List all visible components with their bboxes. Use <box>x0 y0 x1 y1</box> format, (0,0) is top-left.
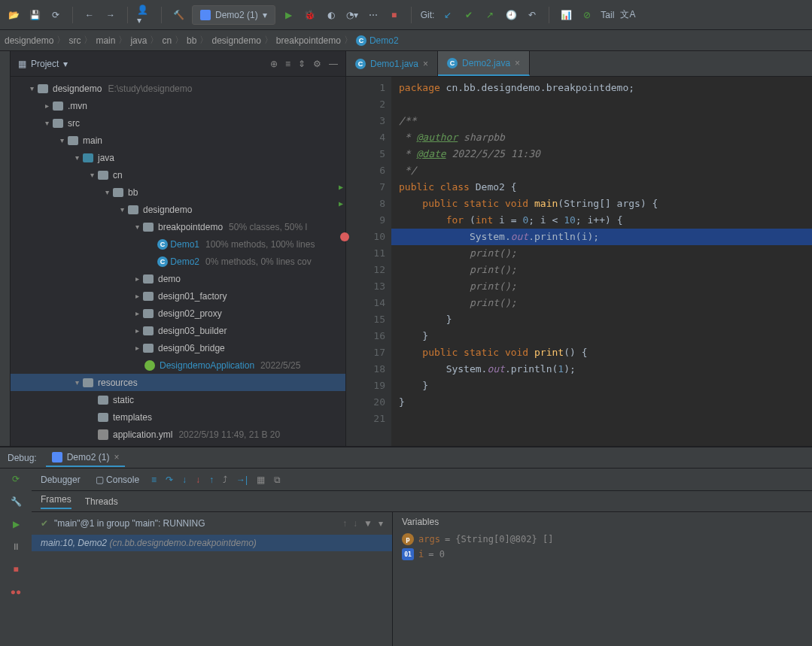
console-icon: ▢ <box>96 475 104 485</box>
crumb[interactable]: java <box>130 35 147 46</box>
run-config-select[interactable]: Demo2 (1) ▾ <box>192 5 275 25</box>
git-revert-icon[interactable]: ↶ <box>525 8 540 23</box>
modify-icon[interactable]: 🔧 <box>8 494 23 509</box>
run-cursor-icon[interactable]: →| <box>236 475 248 485</box>
crumb[interactable]: designdemo <box>5 35 53 46</box>
folder-icon <box>143 274 154 284</box>
stack-frame[interactable]: main:10, Demo2 (cn.bb.designdemo.breakpo… <box>32 535 392 551</box>
project-tree[interactable]: ▾designdemoE:\study\designdemo ▸.mvn ▾sr… <box>11 77 345 446</box>
attach-icon[interactable]: ⋯ <box>366 8 381 23</box>
crumb[interactable]: cn <box>162 35 172 46</box>
git-pull-icon[interactable]: ↙ <box>440 8 455 23</box>
hide-icon[interactable]: — <box>329 59 338 69</box>
editor-tab[interactable]: C Demo2.java × <box>438 51 530 76</box>
git-commit-icon[interactable]: ✔ <box>461 8 476 23</box>
main-toolbar: 📂 💾 ⟳ ← → 👤▾ 🔨 Demo2 (1) ▾ ▶ 🐞 ◐ ◔▾ ⋯ ■ … <box>0 0 812 30</box>
left-tool-strip[interactable] <box>0 51 11 446</box>
crumb[interactable]: Demo2 <box>370 35 399 46</box>
expand-icon[interactable]: ≡ <box>285 59 290 69</box>
frames-tab[interactable]: Frames <box>41 494 71 509</box>
debugger-tab[interactable]: Debugger <box>41 475 81 485</box>
forward-icon[interactable]: → <box>103 8 118 23</box>
step-into-icon[interactable]: ↓ <box>182 475 187 485</box>
run-icon[interactable]: ▶ <box>281 8 297 23</box>
tab-label: Demo2.java <box>462 58 510 68</box>
coverage-icon[interactable]: ◐ <box>324 8 339 23</box>
debug-session-tab[interactable]: Demo2 (1) × <box>46 449 126 467</box>
thread-line[interactable]: "main"@1 in group "main": RUNNING <box>54 518 205 529</box>
folder-icon <box>143 344 154 353</box>
tail-label[interactable]: Tail <box>601 10 614 20</box>
debug-toolbar: ⟳ 🔧 ▶ ⏸ ■ ●● <box>0 469 32 646</box>
evaluate-icon[interactable]: ▦ <box>257 475 265 485</box>
editor-tabs: C Demo1.java × C Demo2.java × <box>346 51 812 77</box>
crumb[interactable]: designdemo <box>211 35 260 46</box>
git-label: Git: <box>421 10 435 20</box>
next-frame-icon[interactable]: ↓ <box>353 518 357 529</box>
more-icon[interactable]: ▾ <box>379 518 383 529</box>
spring-icon <box>144 360 155 371</box>
folder-icon <box>143 326 154 335</box>
filter-icon[interactable]: ▼ <box>363 518 373 529</box>
stop-icon[interactable]: ■ <box>8 562 23 577</box>
crumb[interactable]: breakpointdemo <box>276 35 341 46</box>
save-icon[interactable]: 💾 <box>27 8 42 23</box>
project-icon: ▦ <box>18 59 26 69</box>
resume-icon[interactable]: ▶ <box>8 517 23 532</box>
trace-icon[interactable]: ⧉ <box>274 475 281 485</box>
git-push-icon[interactable]: ↗ <box>482 8 497 23</box>
folder-icon <box>98 413 108 422</box>
variable-row[interactable]: p args = {String[0]@802} [] <box>402 532 803 547</box>
stop-icon[interactable]: ■ <box>387 8 402 23</box>
folder-icon <box>83 153 93 162</box>
chart-icon[interactable]: 📊 <box>558 8 573 23</box>
threads-icon[interactable]: ≡ <box>151 475 157 485</box>
profile-icon[interactable]: ◔▾ <box>345 8 360 23</box>
app-icon <box>200 10 211 20</box>
close-icon[interactable]: × <box>423 59 428 69</box>
variable-row[interactable]: 01 i = 0 <box>402 547 803 562</box>
threads-tab[interactable]: Threads <box>85 496 118 507</box>
user-icon[interactable]: 👤▾ <box>137 8 152 23</box>
prev-frame-icon[interactable]: ↑ <box>342 518 347 529</box>
code-area[interactable]: package cn.bb.designdemo.breakpointdemo;… <box>391 77 812 446</box>
drop-frame-icon[interactable]: ⤴ <box>223 475 227 485</box>
open-icon[interactable]: 📂 <box>6 8 21 23</box>
collapse-icon[interactable]: ⇕ <box>298 59 306 69</box>
folder-icon <box>143 309 154 318</box>
gear-icon[interactable]: ⚙ <box>313 59 321 69</box>
editor-pane: C Demo1.java × C Demo2.java × 123 456 78… <box>346 51 812 446</box>
pause-icon[interactable]: ⏸ <box>8 539 23 554</box>
editor-tab[interactable]: C Demo1.java × <box>346 51 438 76</box>
breakpoints-icon[interactable]: ●● <box>8 584 23 599</box>
crumb[interactable]: main <box>96 35 115 46</box>
project-pane: ▦ Project ▾ ⊕ ≡ ⇕ ⚙ — ▾designdemoE:\stud… <box>11 51 346 446</box>
project-title[interactable]: Project <box>31 59 59 69</box>
chevron-down-icon: ▾ <box>263 10 267 20</box>
debug-label: Debug: <box>8 453 37 463</box>
step-out-icon[interactable]: ↑ <box>209 475 214 485</box>
crumb[interactable]: src <box>68 35 81 46</box>
gutter[interactable]: 123 456 789 101112 131415 161718 192021 <box>346 77 391 446</box>
yml-icon <box>98 429 108 440</box>
no-icon[interactable]: ⊘ <box>579 8 595 23</box>
step-over-icon[interactable]: ↷ <box>166 475 173 485</box>
force-step-icon[interactable]: ↓ <box>196 475 200 485</box>
app-icon <box>52 452 62 463</box>
rerun-icon[interactable]: ⟳ <box>8 472 23 487</box>
check-icon: ✔ <box>41 518 48 529</box>
int-icon: 01 <box>402 548 414 560</box>
refresh-icon[interactable]: ⟳ <box>48 8 63 23</box>
back-icon[interactable]: ← <box>82 8 97 23</box>
hammer-icon[interactable]: 🔨 <box>171 8 186 23</box>
folder-icon <box>68 136 78 145</box>
debug-icon[interactable]: 🐞 <box>303 8 318 23</box>
git-history-icon[interactable]: 🕘 <box>503 8 519 23</box>
close-icon[interactable]: × <box>515 58 520 68</box>
target-icon[interactable]: ⊕ <box>270 59 278 69</box>
crumb[interactable]: bb <box>187 35 196 46</box>
translate-icon[interactable]: 文A <box>620 8 635 23</box>
console-tab[interactable]: Console <box>106 475 139 485</box>
chevron-down-icon[interactable]: ▾ <box>63 59 68 69</box>
close-icon[interactable]: × <box>114 452 119 463</box>
